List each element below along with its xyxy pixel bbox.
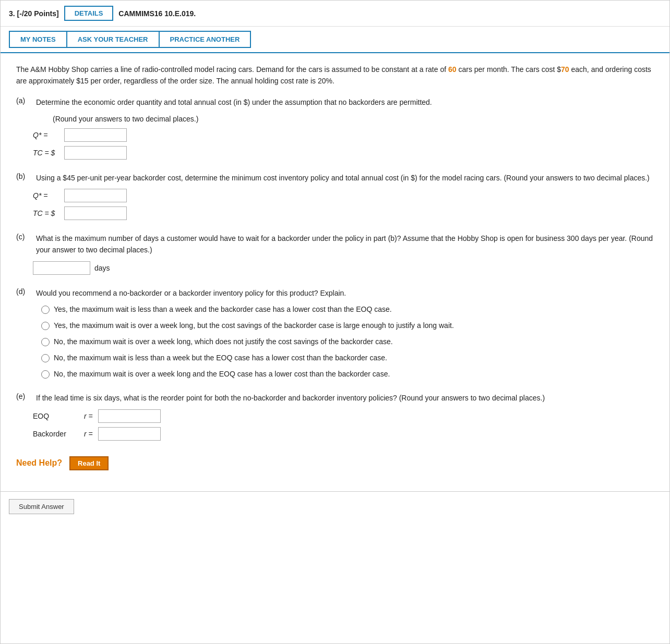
q-star-input-b[interactable] [64,189,127,202]
part-e: (e) If the lead time is six days, what i… [16,392,654,440]
cammims-label: CAMMIMS16 10.E.019. [118,9,196,18]
days-input[interactable] [33,261,90,275]
part-a-text: Determine the economic order quantity an… [36,96,432,108]
radio-d2[interactable] [41,322,50,330]
part-d-letter: (d) [16,287,33,304]
part-c-letter: (c) [16,233,33,261]
q-star-label-b: Q* = [33,191,64,200]
tc-label-b: TC = $ [33,209,64,217]
radio-option-d2: Yes, the maximum wait is over a week lon… [41,320,654,331]
part-d-text: Would you recommend a no-backorder or a … [36,287,346,299]
radio-option-d4: No, the maximum wait is less than a week… [41,353,654,363]
radio-d5[interactable] [41,370,50,379]
read-it-button[interactable]: Read It [69,456,109,470]
part-c-text: What is the maximum number of days a cus… [36,233,654,256]
radio-option-d5: No, the maximum wait is over a week long… [41,369,654,380]
practice-another-button[interactable]: PRACTICE ANOTHER [159,31,252,48]
part-a: (a) Determine the economic order quantit… [16,96,654,160]
radio-d2-label: Yes, the maximum wait is over a week lon… [54,320,454,331]
tc-label-a: TC = $ [33,149,64,157]
tc-input-a[interactable] [64,146,127,160]
need-help-bar: Need Help? Read It [16,456,654,470]
problem-text: The A&M Hobby Shop carries a line of rad… [16,64,654,87]
part-a-subtext: (Round your answers to two decimal place… [53,113,432,125]
radio-d1-label: Yes, the maximum wait is less than a wee… [54,304,392,315]
radio-option-d1: Yes, the maximum wait is less than a wee… [41,304,654,315]
eoq-label-e: EOQ [33,412,80,420]
radio-d1[interactable] [41,306,50,314]
submit-bar: Submit Answer [1,491,669,521]
backorder-r-input[interactable] [98,427,161,441]
details-button[interactable]: DETAILS [64,6,114,21]
radio-option-d3: No, the maximum wait is over a week long… [41,336,654,347]
eoq-r-input[interactable] [98,409,161,423]
radio-group-d: Yes, the maximum wait is less than a wee… [41,304,654,380]
days-label: days [94,264,110,272]
radio-d5-label: No, the maximum wait is over a week long… [54,369,390,380]
part-e-letter: (e) [16,392,33,409]
part-b-letter: (b) [16,172,33,189]
eoq-r-label-e: r = [84,412,93,420]
question-number: 3. [-/20 Points] [9,9,59,18]
radio-d4-label: No, the maximum wait is less than a week… [54,353,387,363]
part-b: (b) Using a $45 per-unit per-year backor… [16,172,654,220]
part-d: (d) Would you recommend a no-backorder o… [16,287,654,380]
my-notes-button[interactable]: MY NOTES [9,31,67,48]
submit-button[interactable]: Submit Answer [9,499,74,514]
q-star-label-a: Q* = [33,131,64,139]
q-star-input-a[interactable] [64,128,127,142]
radio-d3[interactable] [41,338,50,346]
need-help-label: Need Help? [16,458,62,468]
backorder-label-e: Backorder [33,430,80,438]
radio-d3-label: No, the maximum wait is over a week long… [54,336,393,347]
radio-d4[interactable] [41,354,50,362]
backorder-r-label-e: r = [84,430,93,438]
tc-input-b[interactable] [64,206,127,220]
ask-teacher-button[interactable]: ASK YOUR TEACHER [66,31,160,48]
part-c: (c) What is the maximum number of days a… [16,233,654,275]
part-e-text: If the lead time is six days, what is th… [36,392,545,404]
part-b-text: Using a $45 per-unit per-year backorder … [36,172,650,184]
part-a-letter: (a) [16,96,33,128]
